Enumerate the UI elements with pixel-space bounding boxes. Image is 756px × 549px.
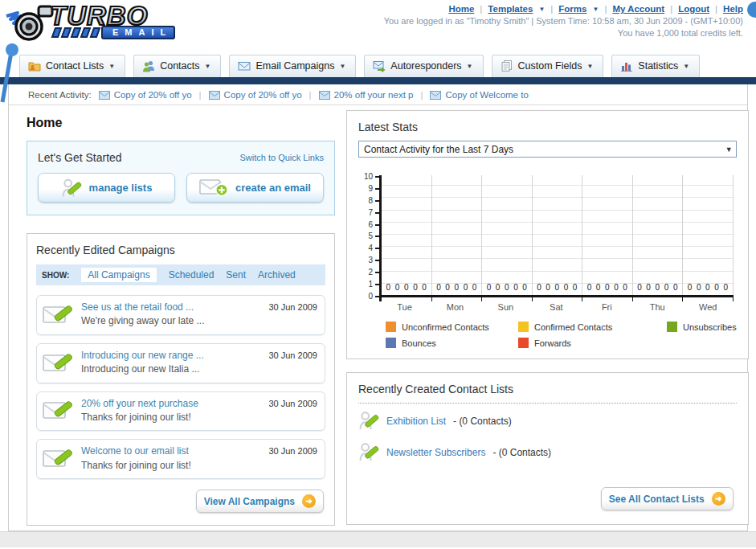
nav-link-logout[interactable]: Logout	[678, 4, 709, 14]
turbocharger-icon	[5, 3, 55, 43]
chart-plot-area: 00000 00000 00000 00000 00000 00000 0000…	[379, 175, 734, 297]
nav-link-forms[interactable]: Forms	[558, 4, 586, 14]
contact-lists-title: Recently Created Contact Lists	[358, 383, 737, 395]
recent-activity-item[interactable]: Copy of 20% off yo	[99, 90, 192, 100]
login-status: You are logged in as "Timothy Smith" | S…	[384, 16, 743, 26]
chevron-down-icon: ▼	[683, 63, 689, 70]
contact-list-link[interactable]: Exhibition List	[386, 416, 446, 427]
legend-confirmed-contacts: Confirmed Contacts	[518, 322, 667, 332]
envelope-pencil-icon	[43, 350, 75, 375]
recent-activity-bar: Recent Activity: Copy of 20% off yo Copy…	[9, 84, 747, 105]
see-all-contact-lists-button[interactable]: See All Contact Lists ➜	[601, 487, 734, 510]
contact-list-count: - (0 Contacts)	[453, 416, 512, 427]
separator	[715, 4, 717, 14]
get-started-panel: Let's Get Started Switch to Quick Links …	[27, 141, 335, 215]
credits-status: You have 1,000 total credits left.	[384, 28, 743, 38]
legend-unsubscribes: Unsubscribes	[667, 322, 737, 332]
envelope-pencil-icon	[43, 398, 75, 423]
envelope-icon	[238, 59, 251, 72]
recent-activity-item[interactable]: Copy of Welcome to	[430, 90, 528, 100]
legend-unconfirmed-contacts: Unconfirmed Contacts	[386, 322, 518, 332]
separator	[480, 4, 482, 14]
create-email-button[interactable]: create an email	[186, 173, 324, 203]
nav-link-home[interactable]: Home	[448, 4, 474, 14]
view-all-campaigns-button[interactable]: View All Campaigns ➜	[196, 490, 324, 513]
contact-list-row: Newsletter Subscribers - (0 Contacts)	[358, 436, 737, 468]
contact-list-count: - (0 Contacts)	[492, 447, 551, 458]
top-nav: Home Templates▼ Forms▼ My Account Logout…	[384, 4, 743, 14]
latest-stats-title: Latest Stats	[358, 121, 737, 133]
switch-quick-links-link[interactable]: Switch to Quick Links	[239, 153, 324, 162]
pages-icon	[501, 59, 513, 72]
campaign-filterbar: SHOW: All Campaigns Scheduled Sent Archi…	[36, 264, 325, 285]
manage-lists-button[interactable]: manage lists	[38, 173, 175, 203]
legend-forwards: Forwards	[518, 338, 667, 348]
tab-contact-lists[interactable]: Contact Lists▼	[19, 55, 125, 77]
chart-x-ticks	[379, 297, 734, 301]
envelope-pencil-icon	[43, 446, 75, 471]
chart-legend: Unconfirmed Contacts Confirmed Contacts …	[386, 322, 737, 348]
separator	[604, 4, 607, 14]
dotted-divider	[358, 403, 737, 404]
tab-contacts[interactable]: Contacts▼	[133, 55, 221, 77]
campaign-date: 30 Jun 2009	[268, 445, 317, 456]
right-column: Latest Stats Contact Activity for the La…	[346, 110, 749, 526]
content-frame: Recent Activity: Copy of 20% off yo Copy…	[8, 84, 748, 531]
person-pencil-icon	[61, 178, 82, 199]
chevron-down-icon: ▼	[205, 63, 211, 70]
bar-chart-icon	[620, 59, 633, 72]
campaign-date: 30 Jun 2009	[268, 349, 317, 360]
nav-link-templates[interactable]: Templates	[488, 4, 533, 14]
legend-bounces: Bounces	[386, 338, 518, 348]
tab-custom-fields[interactable]: Custom Fields▼	[492, 55, 604, 77]
divider-bar	[0, 77, 756, 84]
tab-statistics[interactable]: Statistics▼	[611, 55, 700, 77]
campaign-link[interactable]: 20% off your next purchase	[81, 397, 198, 411]
filter-scheduled[interactable]: Scheduled	[169, 269, 215, 281]
chart-day-group: 00000	[582, 175, 633, 295]
campaign-link[interactable]: See us at the retail food ...	[81, 301, 204, 314]
campaign-subject: Introducing our new Italia ...	[81, 363, 204, 376]
separator	[670, 4, 672, 14]
main-area: Home Let's Get Started Switch to Quick L…	[9, 105, 747, 526]
tab-email-campaigns[interactable]: Email Campaigns▼	[229, 55, 356, 77]
campaign-row: Introducing our new range ... Introducin…	[36, 343, 325, 383]
recent-activity-item[interactable]: 20% off your next p	[319, 90, 414, 100]
filter-all-campaigns[interactable]: All Campaigns	[81, 268, 156, 282]
envelope-arrow-icon	[373, 59, 386, 72]
chart-day-group: 00000	[533, 175, 583, 295]
latest-stats-panel: Latest Stats Contact Activity for the La…	[346, 110, 749, 359]
chart-x-axis: Tue Mon Sun Sat Fri Thu Wed	[379, 302, 734, 312]
contact-list-link[interactable]: Newsletter Subscribers	[386, 447, 485, 458]
contact-list-row: Exhibition List - (0 Contacts)	[358, 405, 737, 436]
legend-swatch	[667, 322, 677, 332]
separator	[309, 90, 312, 100]
campaign-link[interactable]: Introducing our new range ...	[81, 349, 204, 363]
nav-link-help[interactable]: Help	[723, 4, 743, 14]
chevron-down-icon: ▼	[467, 63, 473, 70]
stats-report-select[interactable]: Contact Activity for the Last 7 Days ▼	[358, 141, 737, 158]
page-title: Home	[27, 116, 335, 130]
contact-lists-folder-icon	[28, 59, 41, 72]
campaign-subject: Thanks for joining our list!	[81, 411, 198, 424]
header-right: Home Templates▼ Forms▼ My Account Logout…	[384, 4, 743, 38]
header: TURBO EMAIL Home Templates▼	[0, 0, 756, 53]
chevron-down-icon: ▼	[339, 63, 345, 70]
campaign-link[interactable]: Welcome to our email list	[81, 445, 191, 458]
filter-archived[interactable]: Archived	[258, 269, 296, 281]
campaign-row: Welcome to our email list Thanks for joi…	[36, 439, 325, 479]
tab-autoresponders[interactable]: Autoresponders▼	[364, 55, 483, 77]
envelope-icon	[319, 91, 330, 100]
campaign-row: See us at the retail food ... We're givi…	[36, 295, 325, 335]
turbo-email-logo[interactable]: TURBO EMAIL	[5, 3, 175, 43]
chart-day-group: 00000	[633, 175, 684, 295]
chevron-down-icon: ▼	[108, 63, 115, 70]
chart-day-group: 00000	[482, 175, 533, 295]
get-started-title: Let's Get Started	[38, 151, 122, 164]
chevron-down-icon: ▼	[538, 6, 545, 13]
recent-activity-item[interactable]: Copy of 20% off yo	[209, 90, 302, 100]
filter-sent[interactable]: Sent	[226, 269, 246, 281]
envelope-icon	[209, 91, 220, 100]
nav-link-my-account[interactable]: My Account	[612, 4, 664, 14]
logo-banner-row: EMAIL	[50, 26, 175, 39]
